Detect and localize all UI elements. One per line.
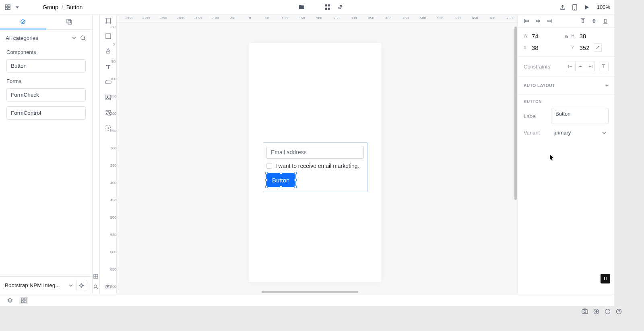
zoom-level[interactable]: 100% xyxy=(597,4,610,10)
dim-w-label: W xyxy=(524,34,529,38)
constraint-v-icon[interactable] xyxy=(599,62,609,71)
ruler-tick: 500 xyxy=(420,16,426,20)
ruler-tick: -200 xyxy=(177,16,184,20)
table-view-icon[interactable] xyxy=(93,274,99,279)
frame-tool-icon[interactable] xyxy=(104,17,112,25)
search-icon[interactable] xyxy=(79,34,87,41)
constraint-right-icon[interactable] xyxy=(585,62,595,71)
help-icon[interactable] xyxy=(615,308,622,315)
play-icon[interactable] xyxy=(583,4,590,11)
ruler-tick: 300 xyxy=(351,16,357,20)
svg-rect-4 xyxy=(325,4,327,6)
constraint-h-center-icon[interactable] xyxy=(576,62,585,71)
align-left-icon[interactable] xyxy=(524,18,530,24)
prop-variant-label: Variant xyxy=(524,130,546,136)
dim-y-label: Y xyxy=(572,46,577,50)
svg-point-27 xyxy=(107,51,109,52)
search-zoom-icon[interactable] xyxy=(93,284,99,290)
dim-h-value[interactable]: 38 xyxy=(580,33,609,39)
ruler-tick: 750 xyxy=(506,16,512,20)
component-chip-formcheck[interactable]: FormCheck xyxy=(6,88,86,101)
canvas-scrollbar-vertical[interactable] xyxy=(514,27,517,220)
svg-point-31 xyxy=(107,96,108,97)
svg-rect-2 xyxy=(5,8,7,10)
breadcrumb-item[interactable]: Button xyxy=(66,4,83,10)
align-center-v-icon[interactable] xyxy=(591,18,597,24)
export-icon[interactable] xyxy=(559,4,566,11)
artboard-frame[interactable]: Email address I want to receive email ma… xyxy=(249,43,382,282)
constraint-left-icon[interactable] xyxy=(566,62,576,71)
device-icon[interactable] xyxy=(571,4,578,11)
svg-rect-28 xyxy=(105,81,111,83)
code-tool-icon[interactable]: {$} xyxy=(104,283,112,291)
grid-panel-toggle[interactable] xyxy=(19,297,28,304)
lock-aspect-icon[interactable] xyxy=(563,33,570,39)
ruler-tick: 550 xyxy=(437,16,443,20)
gear-icon xyxy=(79,283,85,288)
ruler-tick: 100 xyxy=(281,16,287,20)
canvas-scrollbar-horizontal[interactable] xyxy=(262,291,358,293)
chevron-down-icon xyxy=(72,36,76,40)
slot-tool-icon[interactable] xyxy=(104,124,112,132)
menu-grid-icon[interactable] xyxy=(4,4,11,11)
canvas[interactable]: -350 -300 -250 -200 -150 -100 -50 0 50 1… xyxy=(117,14,518,294)
icon-tool-icon[interactable] xyxy=(104,109,112,117)
email-input[interactable]: Email address xyxy=(266,146,364,159)
category-filter[interactable]: All categories xyxy=(6,35,76,41)
dim-y-value[interactable]: 352 xyxy=(580,43,609,52)
svg-rect-48 xyxy=(605,19,606,23)
svg-rect-5 xyxy=(328,4,330,6)
dim-x-value[interactable]: 38 xyxy=(532,44,561,51)
left-tab-layers[interactable] xyxy=(46,14,93,29)
ruler-tick: 700 xyxy=(489,16,495,20)
topbar: Group / Button xyxy=(0,0,614,14)
component-chip-button[interactable]: Button xyxy=(6,59,86,72)
dim-w-value[interactable]: 74 xyxy=(532,33,561,39)
project-select[interactable]: Bootstrap NPM Integ... xyxy=(5,282,73,288)
left-gutter xyxy=(93,14,100,294)
ruler-tick: -150 xyxy=(194,16,202,20)
svg-point-19 xyxy=(94,285,97,288)
folder-icon[interactable] xyxy=(298,4,305,11)
breadcrumb-item[interactable]: Group xyxy=(43,4,58,10)
menu-chevron-icon[interactable] xyxy=(15,5,19,9)
image-tool-icon[interactable] xyxy=(104,93,112,101)
marketing-checkbox[interactable] xyxy=(266,163,272,169)
accessibility-icon[interactable] xyxy=(592,308,600,315)
horizontal-ruler: -350 -300 -250 -200 -150 -100 -50 0 50 1… xyxy=(117,14,518,23)
svg-rect-3 xyxy=(8,8,10,10)
constraints-label: Constraints xyxy=(524,64,550,70)
align-right-icon[interactable] xyxy=(546,18,553,24)
align-center-h-icon[interactable] xyxy=(535,18,541,24)
text-tool-icon[interactable] xyxy=(104,63,112,71)
auto-layout-add-icon[interactable]: + xyxy=(605,82,609,89)
settings-button[interactable] xyxy=(76,280,87,291)
svg-line-20 xyxy=(97,288,98,289)
position-pin-icon[interactable] xyxy=(594,43,602,52)
breadcrumb-separator: / xyxy=(62,4,63,10)
ruler-tick: -250 xyxy=(160,16,167,20)
link-icon[interactable] xyxy=(336,4,344,11)
svg-line-14 xyxy=(84,39,86,41)
align-bottom-icon[interactable] xyxy=(602,18,609,24)
svg-rect-62 xyxy=(24,301,26,303)
left-tab-components[interactable] xyxy=(0,14,46,29)
prop-variant-select[interactable]: primary xyxy=(551,128,609,137)
prop-label-input[interactable]: Button xyxy=(551,108,609,124)
toggle-panel-fab[interactable] xyxy=(601,274,610,283)
component-chip-formcontrol[interactable]: FormControl xyxy=(6,106,86,120)
svg-rect-60 xyxy=(24,298,26,300)
rectangle-tool-icon[interactable] xyxy=(104,32,112,40)
component-tool-icon[interactable] xyxy=(104,78,112,86)
ruler-tick: 50 xyxy=(265,16,269,20)
align-top-icon[interactable] xyxy=(580,18,586,24)
layers-panel-toggle[interactable] xyxy=(6,297,14,304)
dim-h-label: H xyxy=(572,34,577,38)
chat-icon[interactable] xyxy=(604,308,611,315)
components-icon[interactable] xyxy=(324,4,331,11)
screenshot-icon[interactable] xyxy=(581,308,588,315)
svg-rect-7 xyxy=(328,8,330,10)
pen-tool-icon[interactable] xyxy=(104,48,112,56)
svg-rect-44 xyxy=(582,19,584,23)
svg-rect-0 xyxy=(5,5,7,7)
